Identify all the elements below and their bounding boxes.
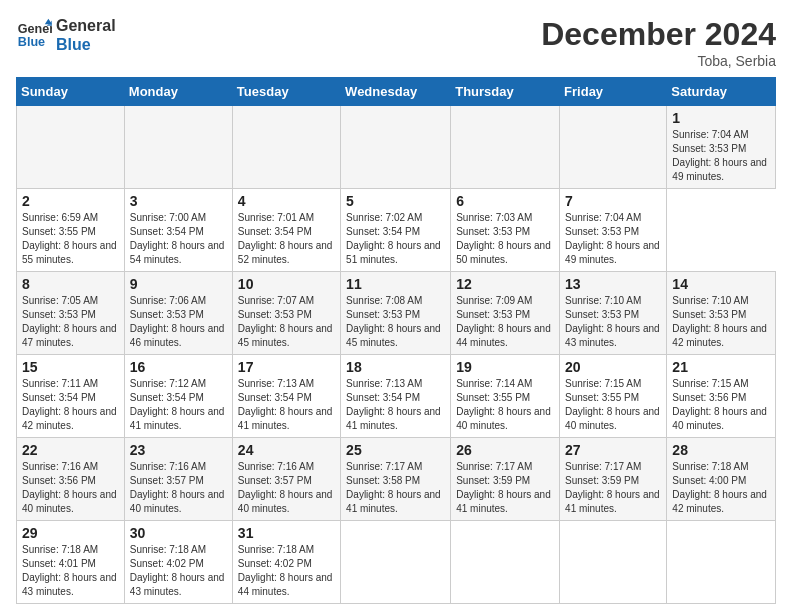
- day-info: Sunrise: 7:12 AMSunset: 3:54 PMDaylight:…: [130, 377, 227, 433]
- table-row: 3Sunrise: 7:00 AMSunset: 3:54 PMDaylight…: [124, 189, 232, 272]
- day-info: Sunrise: 7:18 AMSunset: 4:01 PMDaylight:…: [22, 543, 119, 599]
- table-row: 11Sunrise: 7:08 AMSunset: 3:53 PMDayligh…: [341, 272, 451, 355]
- table-row: 7Sunrise: 7:04 AMSunset: 3:53 PMDaylight…: [560, 189, 667, 272]
- day-number: 24: [238, 442, 335, 458]
- day-number: 31: [238, 525, 335, 541]
- month-title: December 2024: [541, 16, 776, 53]
- header-row: Sunday Monday Tuesday Wednesday Thursday…: [17, 78, 776, 106]
- table-row: 13Sunrise: 7:10 AMSunset: 3:53 PMDayligh…: [560, 272, 667, 355]
- day-number: 13: [565, 276, 661, 292]
- table-row: 31Sunrise: 7:18 AMSunset: 4:02 PMDayligh…: [232, 521, 340, 604]
- col-thursday: Thursday: [451, 78, 560, 106]
- table-row: 1Sunrise: 7:04 AMSunset: 3:53 PMDaylight…: [667, 106, 776, 189]
- table-row: 21Sunrise: 7:15 AMSunset: 3:56 PMDayligh…: [667, 355, 776, 438]
- table-row: [560, 106, 667, 189]
- table-row: [667, 521, 776, 604]
- day-number: 20: [565, 359, 661, 375]
- day-number: 6: [456, 193, 554, 209]
- calendar-row: 1Sunrise: 7:04 AMSunset: 3:53 PMDaylight…: [17, 106, 776, 189]
- day-number: 23: [130, 442, 227, 458]
- day-info: Sunrise: 7:18 AMSunset: 4:02 PMDaylight:…: [238, 543, 335, 599]
- calendar-table: Sunday Monday Tuesday Wednesday Thursday…: [16, 77, 776, 604]
- table-row: [341, 106, 451, 189]
- day-number: 4: [238, 193, 335, 209]
- table-row: 30Sunrise: 7:18 AMSunset: 4:02 PMDayligh…: [124, 521, 232, 604]
- day-number: 11: [346, 276, 445, 292]
- day-number: 14: [672, 276, 770, 292]
- day-info: Sunrise: 7:10 AMSunset: 3:53 PMDaylight:…: [672, 294, 770, 350]
- day-info: Sunrise: 7:00 AMSunset: 3:54 PMDaylight:…: [130, 211, 227, 267]
- calendar-row: 22Sunrise: 7:16 AMSunset: 3:56 PMDayligh…: [17, 438, 776, 521]
- day-info: Sunrise: 7:13 AMSunset: 3:54 PMDaylight:…: [238, 377, 335, 433]
- col-friday: Friday: [560, 78, 667, 106]
- day-number: 21: [672, 359, 770, 375]
- day-number: 30: [130, 525, 227, 541]
- calendar-row: 29Sunrise: 7:18 AMSunset: 4:01 PMDayligh…: [17, 521, 776, 604]
- table-row: 20Sunrise: 7:15 AMSunset: 3:55 PMDayligh…: [560, 355, 667, 438]
- col-sunday: Sunday: [17, 78, 125, 106]
- day-number: 10: [238, 276, 335, 292]
- day-number: 9: [130, 276, 227, 292]
- day-number: 2: [22, 193, 119, 209]
- table-row: 12Sunrise: 7:09 AMSunset: 3:53 PMDayligh…: [451, 272, 560, 355]
- header: General Blue General Blue December 2024 …: [16, 16, 776, 69]
- day-info: Sunrise: 7:03 AMSunset: 3:53 PMDaylight:…: [456, 211, 554, 267]
- table-row: [560, 521, 667, 604]
- table-row: 15Sunrise: 7:11 AMSunset: 3:54 PMDayligh…: [17, 355, 125, 438]
- col-tuesday: Tuesday: [232, 78, 340, 106]
- table-row: 6Sunrise: 7:03 AMSunset: 3:53 PMDaylight…: [451, 189, 560, 272]
- day-number: 28: [672, 442, 770, 458]
- day-info: Sunrise: 7:16 AMSunset: 3:57 PMDaylight:…: [238, 460, 335, 516]
- table-row: [451, 521, 560, 604]
- table-row: [341, 521, 451, 604]
- col-wednesday: Wednesday: [341, 78, 451, 106]
- table-row: 17Sunrise: 7:13 AMSunset: 3:54 PMDayligh…: [232, 355, 340, 438]
- day-info: Sunrise: 7:18 AMSunset: 4:02 PMDaylight:…: [130, 543, 227, 599]
- day-info: Sunrise: 7:01 AMSunset: 3:54 PMDaylight:…: [238, 211, 335, 267]
- day-number: 16: [130, 359, 227, 375]
- day-info: Sunrise: 7:16 AMSunset: 3:56 PMDaylight:…: [22, 460, 119, 516]
- day-number: 8: [22, 276, 119, 292]
- day-number: 22: [22, 442, 119, 458]
- day-info: Sunrise: 7:05 AMSunset: 3:53 PMDaylight:…: [22, 294, 119, 350]
- table-row: 22Sunrise: 7:16 AMSunset: 3:56 PMDayligh…: [17, 438, 125, 521]
- col-saturday: Saturday: [667, 78, 776, 106]
- day-number: 18: [346, 359, 445, 375]
- day-info: Sunrise: 7:17 AMSunset: 3:59 PMDaylight:…: [456, 460, 554, 516]
- day-number: 3: [130, 193, 227, 209]
- day-info: Sunrise: 7:06 AMSunset: 3:53 PMDaylight:…: [130, 294, 227, 350]
- day-info: Sunrise: 7:10 AMSunset: 3:53 PMDaylight:…: [565, 294, 661, 350]
- col-monday: Monday: [124, 78, 232, 106]
- table-row: [232, 106, 340, 189]
- table-row: 19Sunrise: 7:14 AMSunset: 3:55 PMDayligh…: [451, 355, 560, 438]
- table-row: 10Sunrise: 7:07 AMSunset: 3:53 PMDayligh…: [232, 272, 340, 355]
- title-area: December 2024 Toba, Serbia: [541, 16, 776, 69]
- day-info: Sunrise: 7:14 AMSunset: 3:55 PMDaylight:…: [456, 377, 554, 433]
- day-info: Sunrise: 7:04 AMSunset: 3:53 PMDaylight:…: [565, 211, 661, 267]
- table-row: 4Sunrise: 7:01 AMSunset: 3:54 PMDaylight…: [232, 189, 340, 272]
- table-row: 14Sunrise: 7:10 AMSunset: 3:53 PMDayligh…: [667, 272, 776, 355]
- table-row: 28Sunrise: 7:18 AMSunset: 4:00 PMDayligh…: [667, 438, 776, 521]
- table-row: 5Sunrise: 7:02 AMSunset: 3:54 PMDaylight…: [341, 189, 451, 272]
- calendar-row: 2Sunrise: 6:59 AMSunset: 3:55 PMDaylight…: [17, 189, 776, 272]
- day-info: Sunrise: 7:15 AMSunset: 3:56 PMDaylight:…: [672, 377, 770, 433]
- logo-icon: General Blue: [16, 17, 52, 53]
- table-row: 26Sunrise: 7:17 AMSunset: 3:59 PMDayligh…: [451, 438, 560, 521]
- day-info: Sunrise: 7:11 AMSunset: 3:54 PMDaylight:…: [22, 377, 119, 433]
- table-row: [124, 106, 232, 189]
- table-row: 18Sunrise: 7:13 AMSunset: 3:54 PMDayligh…: [341, 355, 451, 438]
- day-info: Sunrise: 7:02 AMSunset: 3:54 PMDaylight:…: [346, 211, 445, 267]
- day-info: Sunrise: 7:13 AMSunset: 3:54 PMDaylight:…: [346, 377, 445, 433]
- day-number: 27: [565, 442, 661, 458]
- day-info: Sunrise: 7:07 AMSunset: 3:53 PMDaylight:…: [238, 294, 335, 350]
- day-number: 25: [346, 442, 445, 458]
- table-row: 25Sunrise: 7:17 AMSunset: 3:58 PMDayligh…: [341, 438, 451, 521]
- svg-text:Blue: Blue: [18, 35, 45, 49]
- logo-blue: Blue: [56, 35, 116, 54]
- table-row: [451, 106, 560, 189]
- day-info: Sunrise: 6:59 AMSunset: 3:55 PMDaylight:…: [22, 211, 119, 267]
- day-number: 15: [22, 359, 119, 375]
- table-row: 24Sunrise: 7:16 AMSunset: 3:57 PMDayligh…: [232, 438, 340, 521]
- day-number: 26: [456, 442, 554, 458]
- day-number: 12: [456, 276, 554, 292]
